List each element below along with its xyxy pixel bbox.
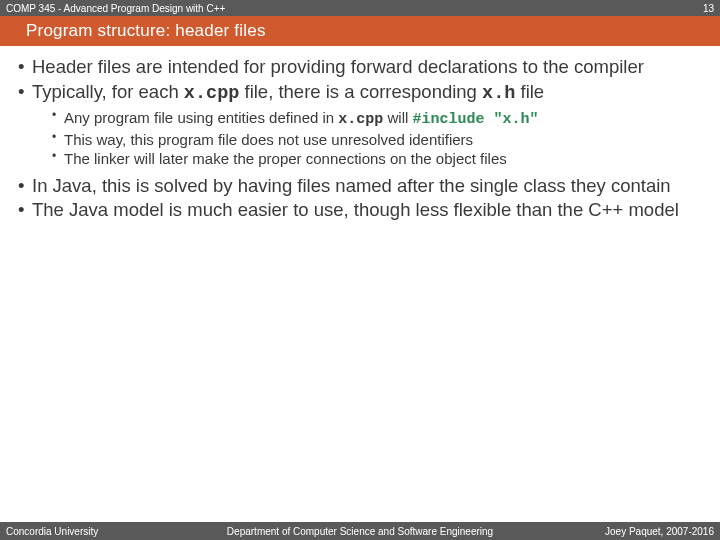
bullet-text: Typically, for each (32, 81, 184, 102)
bullet-text: will (383, 109, 412, 126)
footer-bar: Concordia University Department of Compu… (0, 522, 720, 540)
course-label: COMP 345 - Advanced Program Design with … (6, 3, 225, 14)
sub-bullet-item: This way, this program file does not use… (52, 130, 702, 150)
top-bar: COMP 345 - Advanced Program Design with … (0, 0, 720, 16)
bullet-item: Header files are intended for providing … (18, 56, 702, 79)
bullet-text: Header files are intended for providing … (32, 56, 644, 77)
sub-bullet-item: The linker will later make the proper co… (52, 149, 702, 169)
page-number: 13 (703, 3, 714, 14)
sub-bullet-item: Any program file using entities defined … (52, 108, 702, 130)
code-inline: x.cpp (338, 111, 383, 128)
bullet-text: The linker will later make the proper co… (64, 150, 507, 167)
bullet-text: This way, this program file does not use… (64, 131, 473, 148)
slide-title: Program structure: header files (26, 21, 266, 41)
code-inline-green: #include "x.h" (413, 111, 539, 128)
bullet-text: Any program file using entities defined … (64, 109, 338, 126)
code-inline: x.h (482, 83, 515, 104)
bullet-text: The Java model is much easier to use, th… (32, 199, 679, 220)
footer-left: Concordia University (6, 526, 98, 537)
sub-bullet-list: Any program file using entities defined … (52, 108, 702, 169)
bullet-item: Typically, for each x.cpp file, there is… (18, 81, 702, 169)
bullet-list: Header files are intended for providing … (18, 56, 702, 222)
bullet-item: In Java, this is solved by having files … (18, 175, 702, 198)
slide-content: Header files are intended for providing … (0, 46, 720, 222)
slide-title-bar: Program structure: header files (0, 16, 720, 46)
code-inline: x.cpp (184, 83, 240, 104)
bullet-text: file, there is a corresponding (239, 81, 482, 102)
footer-center: Department of Computer Science and Softw… (227, 526, 493, 537)
footer-right: Joey Paquet, 2007-2016 (605, 526, 714, 537)
bullet-text: In Java, this is solved by having files … (32, 175, 671, 196)
bullet-item: The Java model is much easier to use, th… (18, 199, 702, 222)
bullet-text: file (515, 81, 544, 102)
